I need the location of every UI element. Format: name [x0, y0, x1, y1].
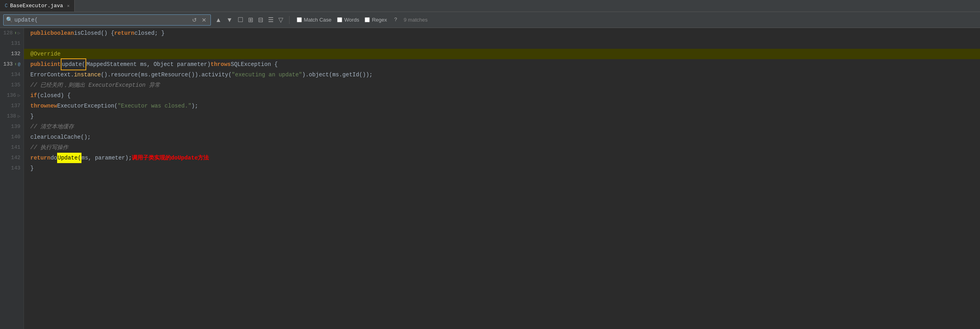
- code-token: ErrorContext.: [30, 70, 74, 80]
- code-token: SQLException {: [231, 59, 278, 70]
- code-content: public boolean isClosed() { return close…: [24, 28, 980, 329]
- line-number-132: 132: [2, 49, 20, 59]
- code-token: do: [50, 153, 57, 163]
- line-number-139: 139: [2, 122, 20, 132]
- line-num-text: 136: [7, 90, 16, 101]
- code-line-133: public int update(MappedStatement ms, Ob…: [24, 59, 980, 70]
- tab-close-button[interactable]: ✕: [67, 3, 70, 8]
- code-token: ().resource(ms.getResource()).activity(: [101, 70, 232, 80]
- line-number-135: 135: [2, 80, 20, 90]
- code-token: "executing an update": [232, 70, 302, 80]
- help-button[interactable]: ?: [394, 17, 397, 23]
- gutter-at-icon: @: [18, 59, 20, 70]
- match-case-checkbox[interactable]: [297, 17, 302, 22]
- line-num-text: 141: [11, 142, 20, 153]
- words-label: Words: [344, 17, 359, 23]
- gutter-arrow-icon: ▷: [18, 28, 20, 38]
- code-token: return: [30, 153, 50, 163]
- line-num-text: 135: [11, 80, 20, 90]
- code-line-137: throw new ExecutorException("Executor wa…: [24, 101, 980, 111]
- line-num-text: 137: [11, 101, 20, 111]
- search-match-highlight: Update(: [57, 153, 81, 163]
- code-line-139: // 清空本地缓存: [24, 122, 980, 132]
- code-token: instance: [74, 70, 101, 80]
- code-token: ExecutorException(: [57, 101, 117, 111]
- tab-bar: C BaseExecutor.java ✕: [0, 0, 980, 12]
- code-line-136: if (closed) {: [24, 90, 980, 101]
- code-token: MappedStatement ms, Object parameter): [86, 59, 210, 70]
- line-number-131: 131: [2, 38, 20, 49]
- words-checkbox[interactable]: [337, 17, 342, 22]
- line-num-text: 131: [11, 38, 20, 49]
- code-token: // 已经关闭，则抛出 ExecutorException 异常: [30, 80, 160, 90]
- line-num-text: 128: [3, 28, 12, 38]
- close-search-button[interactable]: ✕: [200, 16, 208, 24]
- line-num-text: 134: [11, 70, 20, 80]
- code-line-132: @Override: [24, 49, 980, 59]
- code-line-131: [24, 38, 980, 49]
- code-token: isClosed() {: [74, 28, 114, 38]
- regex-checkbox[interactable]: [365, 17, 370, 22]
- code-token: throws: [210, 59, 230, 70]
- code-token: ) {: [61, 90, 71, 101]
- line-number-133: 133⬆@: [2, 59, 20, 70]
- line-number-137: 137: [2, 101, 20, 111]
- code-token: boolean: [50, 28, 74, 38]
- code-token: clearLocalCache();: [30, 132, 91, 142]
- prev-match-button[interactable]: ▲: [213, 16, 224, 24]
- code-area: 128⬆▷131132133⬆@134135136▷137138▷1391401…: [0, 28, 980, 329]
- line-num-text: 140: [11, 132, 20, 142]
- find-in-file-button[interactable]: ☐: [236, 15, 245, 24]
- line-num-text: 142: [11, 153, 20, 163]
- code-token: closed; }: [134, 28, 165, 38]
- code-token: throw: [30, 101, 47, 111]
- code-line-135: // 已经关闭，则抛出 ExecutorException 异常: [24, 80, 980, 90]
- gutter-arrow-icon: ▷: [18, 111, 20, 122]
- code-comment-red: 调用子类实现的doUpdate方法: [132, 153, 209, 163]
- code-line-138: }: [24, 111, 980, 122]
- code-token: }: [30, 163, 34, 173]
- clear-search-button[interactable]: ↺: [190, 16, 198, 24]
- code-token: (: [37, 90, 40, 101]
- code-token: new: [47, 101, 57, 111]
- search-options: Match Case Words Regex ?: [297, 17, 397, 23]
- regex-option[interactable]: Regex: [365, 17, 387, 23]
- next-match-button[interactable]: ▼: [224, 16, 235, 24]
- code-line-141: // 执行写操作: [24, 142, 980, 153]
- line-number-134: 134: [2, 70, 20, 80]
- line-number-138: 138▷: [2, 111, 20, 122]
- file-tab[interactable]: C BaseExecutor.java ✕: [0, 0, 75, 12]
- search-match-box: update(: [61, 58, 87, 70]
- code-token: ).object(ms.getId());: [302, 70, 373, 80]
- match-case-option[interactable]: Match Case: [297, 17, 331, 23]
- line-num-text: 133: [3, 59, 12, 70]
- code-line-143: }: [24, 163, 980, 173]
- words-option[interactable]: Words: [337, 17, 359, 23]
- line-num-text: 143: [11, 163, 20, 173]
- multi-file-button[interactable]: ⊞: [246, 15, 255, 24]
- search-input[interactable]: [14, 17, 189, 23]
- filter2-button[interactable]: ▽: [276, 15, 285, 24]
- gutter-icons: ⬆@: [14, 59, 20, 70]
- line-number-141: 141: [2, 142, 20, 153]
- filter-button[interactable]: ⊟: [256, 15, 265, 24]
- code-line-140: clearLocalCache();: [24, 132, 980, 142]
- code-token: if: [30, 90, 37, 101]
- match-case-label: Match Case: [304, 17, 331, 23]
- line-num-text: 138: [7, 111, 16, 122]
- line-num-text: 139: [11, 122, 20, 132]
- code-token: public: [30, 59, 50, 70]
- regex-label: Regex: [372, 17, 387, 23]
- code-token: // 清空本地缓存: [30, 122, 74, 132]
- line-num-text: 132: [11, 49, 20, 59]
- settings-button[interactable]: ☰: [266, 15, 276, 24]
- code-token: closed: [40, 90, 60, 101]
- line-number-142: 142: [2, 153, 20, 163]
- search-icon: 🔍: [6, 16, 13, 23]
- line-number-140: 140: [2, 132, 20, 142]
- search-navigation: ▲ ▼ ☐ ⊞ ⊟ ☰ ▽: [213, 15, 285, 24]
- tab-filename: BaseExecutor.java: [10, 3, 63, 9]
- line-number-128: 128⬆▷: [2, 28, 20, 38]
- code-line-134: ErrorContext.instance().resource(ms.getR…: [24, 70, 980, 80]
- java-file-icon: C: [5, 3, 8, 9]
